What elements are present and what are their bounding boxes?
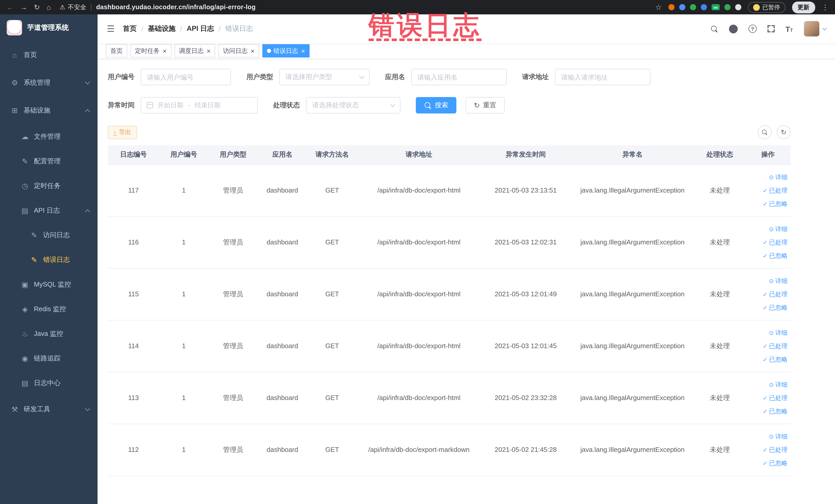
help-icon[interactable]: ? <box>749 25 757 33</box>
sidebar-item-系统管理[interactable]: ⚙ 系统管理 <box>0 69 98 97</box>
action-ignored[interactable]: ✓已忽略 <box>749 352 788 366</box>
action-ignored[interactable]: ✓已忽略 <box>749 197 788 210</box>
action-ignored[interactable]: ✓已忽略 <box>749 249 788 262</box>
redis-icon: ◈ <box>21 305 29 313</box>
breadcrumb-separator: / <box>141 25 143 33</box>
breadcrumb-item-基础设施[interactable]: 基础设施 <box>148 24 176 33</box>
sidebar-item-MySQL 监控[interactable]: ▣ MySQL 监控 <box>0 272 98 297</box>
column-header-处理状态: 处理状态 <box>694 145 746 164</box>
extension-pin[interactable] <box>735 4 741 10</box>
tab-定时任务[interactable]: 定时任务 × <box>130 44 171 58</box>
extension-green-circle[interactable] <box>690 4 696 10</box>
sidebar-item-label: Redis 监控 <box>34 304 89 314</box>
cell-status: 未处理 <box>694 372 746 424</box>
action-processed[interactable]: ✓已处理 <box>749 339 788 352</box>
sidebar-item-label: 首页 <box>24 50 89 60</box>
check-icon: ✓ <box>763 456 768 469</box>
warning-icon: ⚠ <box>60 4 65 11</box>
sidebar-item-研发工具[interactable]: ⚒ 研发工具 <box>0 396 98 423</box>
browser-menu-kebab-icon[interactable]: ⋮ <box>822 4 829 11</box>
action-detail[interactable]: ⊙详细 <box>749 274 788 287</box>
action-processed[interactable]: ✓已处理 <box>749 287 788 301</box>
extension-green-leaf[interactable] <box>725 4 731 10</box>
cell-time: 2021-05-03 12:01:49 <box>481 268 571 320</box>
extension-orange[interactable] <box>668 4 675 10</box>
breadcrumb-item-首页[interactable]: 首页 <box>123 24 137 33</box>
action-ignored[interactable]: ✓已忽略 <box>749 301 788 314</box>
github-icon[interactable] <box>729 24 738 33</box>
sidebar-item-API 日志[interactable]: ▤ API 日志 <box>0 198 98 223</box>
refresh-table-button[interactable]: ↻ <box>777 125 791 139</box>
fullscreen-icon[interactable] <box>768 25 775 32</box>
tab-close-icon[interactable]: × <box>207 47 210 54</box>
action-detail[interactable]: ⊙详细 <box>749 222 788 236</box>
user-menu[interactable] <box>804 21 826 37</box>
security-warning[interactable]: ⚠ 不安全 <box>60 3 86 12</box>
exception-time-range[interactable]: 开始日期 - 结束日期 <box>141 97 258 114</box>
browser-back-icon[interactable]: ← <box>6 4 13 11</box>
sidebar-item-label: API 日志 <box>34 206 81 215</box>
sidebar-item-日志中心[interactable]: ▤ 日志中心 <box>0 371 98 396</box>
tab-close-icon[interactable]: × <box>163 47 167 54</box>
user-type-select[interactable]: 请选择用户类型 <box>279 69 370 85</box>
action-processed[interactable]: ✓已处理 <box>749 236 788 249</box>
cell-actions: ⊙详细✓已处理✓已忽略 <box>746 320 791 372</box>
browser-reload-icon[interactable]: ↻ <box>34 4 40 11</box>
reset-button[interactable]: ↻ 重置 <box>466 97 504 114</box>
end-date-placeholder: 结束日期 <box>195 101 220 109</box>
bookmark-star-icon[interactable]: ☆ <box>655 4 662 11</box>
user-id-input[interactable] <box>141 69 231 85</box>
address-bar[interactable]: ⚠ 不安全 | dashboard.yudao.iocoder.cn/infra… <box>60 3 256 12</box>
tab-调度日志[interactable]: 调度日志 × <box>174 44 215 58</box>
action-detail[interactable]: ⊙详细 <box>749 429 788 443</box>
sidebar-item-Redis 监控[interactable]: ◈ Redis 监控 <box>0 297 98 321</box>
gear-icon: ⚙ <box>10 79 19 87</box>
sidebar-item-基础设施[interactable]: ⊞ 基础设施 <box>0 97 98 124</box>
action-processed[interactable]: ✓已处理 <box>749 184 788 197</box>
tab-错误日志[interactable]: 错误日志 × <box>262 44 310 58</box>
toggle-search-button[interactable] <box>758 125 772 139</box>
cell-id: 117 <box>108 164 159 216</box>
app-name-input[interactable] <box>411 69 507 85</box>
tab-label: 调度日志 <box>179 46 204 55</box>
action-processed[interactable]: ✓已处理 <box>749 443 788 456</box>
sidebar-item-Java 监控[interactable]: ♨ Java 监控 <box>0 321 98 346</box>
breadcrumb-item-API 日志[interactable]: API 日志 <box>187 24 214 33</box>
browser-home-icon[interactable]: ⌂ <box>46 4 51 11</box>
extension-blue-grid[interactable] <box>701 4 707 10</box>
action-ignored[interactable]: ✓已忽略 <box>749 404 788 418</box>
process-status-select[interactable]: 请选择处理状态 <box>306 97 401 114</box>
export-button[interactable]: ↓ 导出 <box>108 125 137 139</box>
action-processed[interactable]: ✓已处理 <box>749 391 788 404</box>
action-ignored[interactable]: ✓已忽略 <box>749 456 788 469</box>
font-size-icon[interactable]: TT <box>786 25 793 33</box>
sidebar-item-配置管理[interactable]: ✎ 配置管理 <box>0 149 98 174</box>
sidebar-item-首页[interactable]: ⌂ 首页 <box>0 41 98 69</box>
calendar-icon <box>147 102 153 108</box>
browser-forward-icon[interactable]: → <box>20 4 27 11</box>
extension-on-badge[interactable]: on <box>712 4 720 10</box>
tab-首页[interactable]: 首页 <box>106 44 127 58</box>
sidebar-item-链路追踪[interactable]: ◉ 链路追踪 <box>0 346 98 371</box>
sidebar-item-定时任务[interactable]: ◷ 定时任务 <box>0 174 98 198</box>
action-detail[interactable]: ⊙详细 <box>749 378 788 391</box>
cell-url: /api/infra/db-doc/export-html <box>357 268 481 320</box>
hamburger-icon[interactable]: ☰ <box>107 23 115 34</box>
action-detail[interactable]: ⊙详细 <box>749 170 788 184</box>
sidebar-item-访问日志[interactable]: ✎ 访问日志 <box>0 223 98 247</box>
cell-url: /api/infra/db-doc/export-html <box>357 164 481 216</box>
extension-blue-drop[interactable] <box>679 4 685 10</box>
sidebar-item-label: 系统管理 <box>24 78 81 87</box>
sidebar-item-错误日志[interactable]: ✎ 错误日志 <box>0 247 98 272</box>
action-detail[interactable]: ⊙详细 <box>749 326 788 339</box>
tab-访问日志[interactable]: 访问日志 × <box>218 44 259 58</box>
tab-close-icon[interactable]: × <box>250 47 254 54</box>
paused-extension-badge[interactable]: 已暂停 <box>748 2 785 13</box>
search-button[interactable]: 搜索 <box>416 97 456 114</box>
search-icon[interactable] <box>711 25 718 33</box>
browser-update-button[interactable]: 更新 <box>792 1 815 13</box>
tab-close-icon[interactable]: × <box>301 47 305 54</box>
request-url-input[interactable] <box>555 69 650 85</box>
sidebar-item-文件管理[interactable]: ☁ 文件管理 <box>0 124 98 149</box>
sidebar-logo[interactable]: 芋道管理系统 <box>0 14 98 41</box>
